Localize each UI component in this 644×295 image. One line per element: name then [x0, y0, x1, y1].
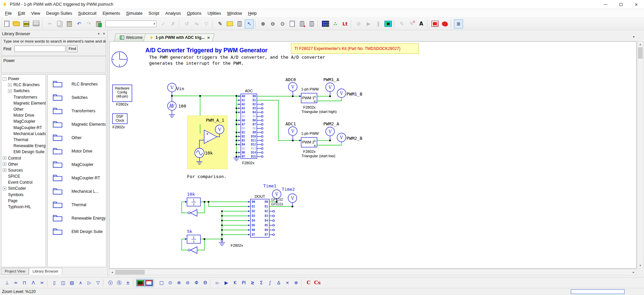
tree-item[interactable]: EMI Design Suite	[1, 149, 46, 155]
tree-item[interactable]: MagCoupler	[1, 118, 46, 124]
pan-view-button[interactable]	[235, 19, 244, 28]
wire-connection-button[interactable]: ∴	[331, 19, 340, 28]
tree-item[interactable]: Page	[1, 198, 46, 204]
redo-button[interactable]: ↷	[84, 19, 93, 28]
tree-item[interactable]: Control	[1, 155, 46, 161]
run-simulation-button[interactable]: ▶	[364, 19, 373, 28]
schematic-heading[interactable]: A/D Converter Triggered by PWM Generator	[145, 47, 268, 54]
flipflop2-element-icon[interactable]: ◫	[59, 279, 67, 287]
flipflop-element-icon[interactable]: ▯	[50, 279, 59, 287]
panel-collapse-icon[interactable]: ▾	[98, 32, 100, 36]
document-tab[interactable]: 1-ph PWM with ADC trig... ✕	[143, 34, 215, 41]
c-script-element-icon[interactable]: C	[304, 279, 313, 287]
search-input[interactable]	[14, 46, 65, 52]
pi-controller-element-icon[interactable]: PI	[239, 279, 248, 287]
new-file-button[interactable]	[2, 19, 11, 28]
clock-symbol[interactable]	[112, 52, 127, 67]
tree-item[interactable]: Switches	[1, 88, 46, 94]
inverter-10k[interactable]	[188, 210, 197, 216]
multiplier-circle-element-icon[interactable]: ⊗	[175, 279, 183, 287]
description-text[interactable]: The PWM generator triggers the A/D conve…	[149, 55, 325, 66]
probe-time2[interactable]: Time2 V	[282, 187, 297, 206]
zoom-area-button[interactable]: ⊙	[278, 19, 287, 28]
probe-pwm2-b[interactable]: V PWM2_B	[337, 133, 362, 142]
run-simview-button[interactable]	[383, 19, 393, 28]
tree-expander-icon[interactable]	[3, 77, 6, 81]
library-folder[interactable]: Renewable Energy	[48, 212, 106, 225]
find-button[interactable]: Find	[67, 45, 78, 52]
tree-item[interactable]: Motor Drive	[1, 112, 46, 118]
tree-item[interactable]: Power	[1, 76, 46, 82]
maximize-button[interactable]	[613, 0, 629, 9]
dout-block[interactable]: DOUT GPIO32 GPIO33 F2802x D0D1D2D3D4D5D6…	[219, 194, 283, 247]
menu-item[interactable]: Options	[184, 10, 204, 17]
confirm-button[interactable]: ✓	[159, 19, 168, 28]
buffer-element-icon[interactable]: ▷	[85, 279, 94, 287]
triangle-source-element-icon[interactable]: Λ	[29, 279, 38, 287]
tree-expander-icon[interactable]	[8, 89, 12, 93]
library-folder[interactable]: Thermal	[48, 198, 106, 212]
flip-vertical-button[interactable]: ▽	[202, 19, 211, 28]
rotate-button[interactable]: ↺	[182, 19, 191, 28]
menu-item[interactable]: Design Suites	[43, 10, 75, 17]
probe-adc0[interactable]: V ADC0	[285, 77, 297, 96]
dsp-clock-block[interactable]: DSP Clock F2802x	[112, 114, 127, 129]
menu-item[interactable]: Utilities	[204, 10, 224, 17]
horizontal-scrollbar[interactable]: ◄ ►	[109, 269, 637, 275]
scroll-left-icon[interactable]: ◄	[109, 270, 115, 275]
tree-item[interactable]: MagCoupler-RT	[1, 125, 46, 131]
cut-button[interactable]: ✂	[45, 19, 54, 28]
tree-expander-icon[interactable]	[3, 162, 6, 166]
voltage-scope-element-icon[interactable]	[136, 279, 145, 287]
summer-element-icon[interactable]: Σ	[257, 279, 266, 287]
probe-vin[interactable]: V Vin	[168, 83, 184, 96]
pan-element-button[interactable]	[297, 19, 307, 28]
note-box[interactable]: TI F28027 Experimenter's Kit (Part No. T…	[291, 44, 419, 54]
not-gate-element-icon[interactable]: ▽	[94, 279, 102, 287]
copy-button[interactable]	[55, 19, 64, 28]
simcoder-red-button[interactable]	[440, 19, 449, 28]
tree-item[interactable]: Thermal	[1, 137, 46, 143]
tree-item[interactable]: Transformers	[1, 94, 46, 100]
menu-item[interactable]: Analysis	[162, 10, 184, 17]
outline-view-button[interactable]: ≣	[454, 19, 463, 28]
sum-block-element-icon[interactable]: ⊕	[292, 279, 301, 287]
mult-block-element-icon[interactable]: ×	[283, 279, 292, 287]
horizontal-scroll-thumb[interactable]	[115, 270, 145, 275]
probe-pwm2-a[interactable]: V PWM2_A	[323, 121, 339, 140]
library-folder[interactable]: Switches	[48, 91, 106, 104]
gain-block-element-icon[interactable]: K	[231, 279, 239, 287]
schematic-canvas[interactable]: A/D Converter Triggered by PWM Generator…	[109, 41, 637, 269]
select-mode-button[interactable]: ↖	[245, 19, 254, 28]
tab-close-icon[interactable]: ✕	[207, 36, 210, 40]
runsimview-red-button[interactable]	[430, 19, 440, 28]
library-folder[interactable]: EMI Design Suite	[48, 225, 106, 238]
zoom-in-button[interactable]: ⊕	[259, 19, 268, 28]
tree-item[interactable]: Other	[1, 161, 46, 167]
tree-expander-icon[interactable]	[3, 156, 6, 160]
document-tab[interactable]: Welcome	[114, 34, 147, 41]
flag-element-icon[interactable]: Δ	[274, 279, 283, 287]
panel-close-icon[interactable]: ✕	[103, 32, 105, 36]
tree-expander-icon[interactable]	[3, 187, 6, 190]
square-source-element-icon[interactable]: ⊓	[20, 279, 29, 287]
tree-item[interactable]: Event Control	[1, 179, 46, 185]
zoom-fit-button[interactable]	[288, 19, 297, 28]
flip-horizontal-button[interactable]: ⇋	[192, 19, 201, 28]
stop-simulation-button[interactable]: ⊘	[354, 19, 363, 28]
tree-expander-icon[interactable]	[8, 83, 12, 87]
tree-item[interactable]: Renewable Energy	[1, 143, 46, 149]
comparator-highlight-group[interactable]: PWM_A_1 + - V	[187, 116, 227, 169]
and-gate-element-icon[interactable]: ∧	[76, 279, 85, 287]
probe-pwm1-b[interactable]: V PWM1_B	[337, 89, 362, 98]
edit-parameters-button[interactable]: ✎	[397, 19, 406, 28]
close-button[interactable]: ✕	[629, 0, 644, 9]
unit-delay-10k[interactable]: 10k 1 z	[185, 192, 200, 206]
sine-source-element-icon[interactable]: ≈	[11, 279, 20, 287]
paste-special-button[interactable]	[94, 19, 103, 28]
for-comparison-text[interactable]: For comparison.	[187, 174, 226, 179]
pause-simulation-button[interactable]: ‖	[374, 19, 383, 28]
tab-list-dropdown-icon[interactable]: ▾	[633, 35, 635, 39]
tree-item[interactable]: Magnetic Elements	[1, 100, 46, 106]
menu-item[interactable]: Window	[224, 10, 245, 17]
